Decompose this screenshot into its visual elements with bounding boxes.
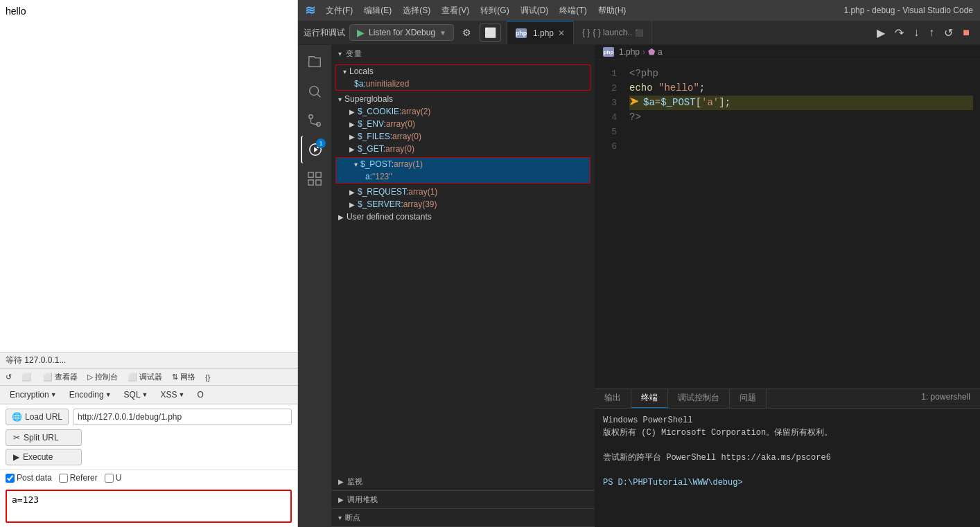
breadcrumb-symbol[interactable]: a [658, 47, 663, 57]
vscode-logo-icon: ≋ [305, 3, 315, 18]
breakpoints-section: ▾ 断点 [331, 509, 595, 527]
menu-edit[interactable]: 编辑(E) [359, 3, 396, 19]
console-btn[interactable]: ⬜ 查看器 [40, 370, 80, 384]
menu-view[interactable]: 查看(V) [437, 3, 474, 19]
tab-problems[interactable]: 问题 [730, 389, 767, 408]
bracket-close: ] [719, 96, 724, 110]
menu-goto[interactable]: 转到(G) [475, 3, 514, 19]
callstack-header[interactable]: ▶ 调用堆栈 [331, 491, 595, 508]
echo-keyword: echo [629, 81, 658, 96]
debug-step-out-icon[interactable]: ↑ [925, 24, 938, 41]
tab-output[interactable]: 输出 [595, 389, 631, 408]
watch-header[interactable]: ▶ 监视 [331, 473, 595, 490]
u-checkbox[interactable]: U [105, 473, 122, 483]
listen-xdebug-button[interactable]: ▶ Listen for XDebug ▼ [349, 24, 454, 41]
request-key: $_REQUEST: [358, 187, 408, 197]
menu-terminal[interactable]: 终端(T) [554, 3, 591, 19]
line-num-1: 1 [595, 66, 617, 81]
sql-menu[interactable]: SQL ▼ [119, 387, 154, 402]
debug-activity-icon[interactable]: 1 1 [301, 136, 329, 163]
terminal-area[interactable]: Windows PowerShell 版权所有 (C) Microsoft Co… [595, 409, 980, 527]
breakpoints-header[interactable]: ▾ 断点 [331, 509, 595, 526]
xss-menu[interactable]: XSS ▼ [155, 387, 191, 402]
tab-terminal[interactable]: 终端 [631, 389, 668, 408]
superglobals-header[interactable]: ▾ Superglobals [331, 93, 595, 105]
watch-label: 监视 [347, 476, 362, 487]
code-line-3: ⮞ $a=$_POST['a']; [629, 96, 973, 110]
watch-arrow-icon: ▶ [338, 478, 344, 485]
split-url-button[interactable]: ✂ Split URL [6, 429, 82, 446]
referer-check[interactable] [59, 474, 68, 483]
debugger-btn[interactable]: ▷ 控制台 [85, 370, 121, 384]
menu-debug[interactable]: 调试(D) [516, 3, 554, 19]
post-data-checkbox[interactable]: Post data [6, 473, 52, 483]
more-tools-btn[interactable]: ⇅ 网络 [169, 370, 198, 384]
callstack-arrow-icon: ▶ [338, 496, 344, 503]
browser-toolbar: ↺ ⬜ ⬜ 查看器 ▷ 控制台 ⬜ 调试器 ⇅ 网络 {} [0, 368, 297, 386]
url-row: 🌐 Load URL [0, 404, 297, 429]
panel-icon[interactable]: ⬜ [480, 24, 501, 42]
menu-help[interactable]: 帮助(H) [593, 3, 631, 19]
server-item[interactable]: ▶ $_SERVER: array(39) [331, 198, 595, 211]
git-icon[interactable] [301, 107, 329, 134]
post-header-item[interactable]: ▾ $_POST: array(1) [336, 158, 590, 170]
network-btn[interactable]: ⬜ 调试器 [125, 370, 165, 384]
page-text: hello [6, 6, 26, 17]
explorer-icon[interactable] [301, 48, 329, 76]
locals-header[interactable]: ▾ Locals [336, 65, 590, 78]
search-icon[interactable] [301, 78, 329, 105]
braces-btn[interactable]: {} [202, 372, 213, 383]
variables-section-header[interactable]: ▾ 变量 [331, 45, 595, 62]
viewer-icon: ⬜ [21, 373, 31, 382]
request-expand-icon: ▶ [349, 188, 355, 196]
execute-icon: ▶ [13, 452, 19, 462]
env-item[interactable]: ▶ $_ENV: array(0) [331, 118, 595, 130]
get-value: array(0) [385, 144, 414, 154]
debug-stop-icon[interactable]: ■ [959, 24, 973, 41]
encryption-menu[interactable]: Encryption ▼ [4, 387, 62, 402]
code-line-6 [629, 139, 973, 154]
line-numbers: 1 2 3 4 5 6 [595, 60, 622, 388]
extensions-icon[interactable] [301, 165, 329, 193]
split-url-icon: ✂ [13, 433, 20, 443]
launch-tab[interactable]: { } { } launch.. ⬛ [574, 21, 652, 44]
cookie-item[interactable]: ▶ $_COOKIE: array(2) [331, 105, 595, 118]
referer-checkbox[interactable]: Referer [59, 473, 98, 483]
debug-step-into-icon[interactable]: ↓ [910, 24, 922, 41]
post-data-check[interactable] [6, 474, 15, 483]
file-tab-label: 1.php [533, 28, 554, 38]
get-item[interactable]: ▶ $_GET: array(0) [331, 143, 595, 155]
url-input[interactable] [73, 409, 292, 425]
launch-icon: { } [582, 28, 590, 37]
terminal-prompt: PS D:\PHPTutorial\WWW\debug> [603, 478, 743, 488]
debug-continue-icon[interactable]: ▶ [873, 24, 889, 42]
files-item[interactable]: ▶ $_FILES: array(0) [331, 130, 595, 143]
var-post: $_POST [660, 96, 695, 110]
settings-icon[interactable]: ⚙ [458, 24, 475, 41]
menu-file[interactable]: 文件(F) [321, 3, 358, 19]
load-url-button[interactable]: 🌐 Load URL [6, 409, 69, 425]
svg-rect-10 [316, 172, 321, 177]
viewer-btn[interactable]: ⬜ [19, 371, 36, 383]
file-tab-1php[interactable]: php 1.php ✕ [507, 21, 574, 44]
breakpoints-label: 断点 [345, 512, 360, 523]
breadcrumb-file[interactable]: 1.php [619, 47, 640, 57]
code-content[interactable]: <?php echo "hello"; ⮞ $a=$_POST['a']; ?> [622, 60, 980, 388]
refresh-btn[interactable]: ↺ [3, 371, 15, 383]
encoding-dropdown-arrow: ▼ [105, 391, 112, 398]
locals-a-item[interactable]: $a: uninitialized [336, 78, 590, 90]
server-expand-icon: ▶ [349, 201, 355, 208]
u-check[interactable] [105, 474, 114, 483]
tab-debug-console[interactable]: 调试控制台 [668, 389, 730, 408]
post-data-input[interactable] [7, 491, 290, 519]
debug-step-over-icon[interactable]: ↷ [891, 24, 907, 42]
file-tab-close-icon[interactable]: ✕ [558, 28, 565, 38]
menu-select[interactable]: 选择(S) [398, 3, 435, 19]
encoding-menu[interactable]: Encoding ▼ [64, 387, 117, 402]
post-a-item[interactable]: a: "123" [336, 170, 590, 183]
execute-button[interactable]: ▶ Execute [6, 449, 82, 465]
debug-restart-icon[interactable]: ↺ [940, 24, 956, 42]
other-menu[interactable]: O [191, 387, 209, 402]
user-constants-item[interactable]: ▶ User defined constants [331, 211, 595, 223]
request-item[interactable]: ▶ $_REQUEST: array(1) [331, 186, 595, 198]
